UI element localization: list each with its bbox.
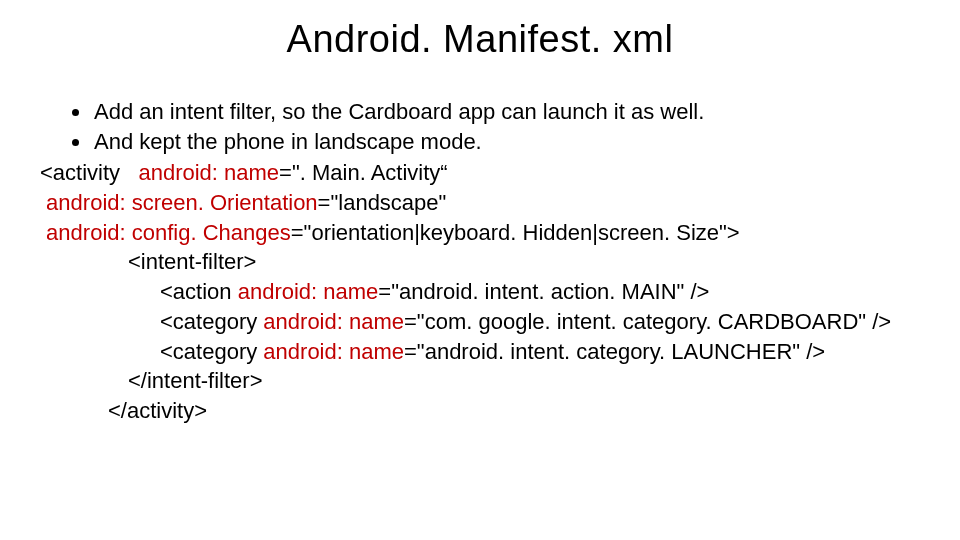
bullet-2: And kept the phone in landscape mode. — [92, 127, 920, 157]
code-line-4: <intent-filter> — [40, 247, 920, 277]
code-line-8: </intent-filter> — [40, 366, 920, 396]
slide-body: Add an intent filter, so the Cardboard a… — [40, 97, 920, 426]
code-line-5: <action android: name="android. intent. … — [40, 277, 920, 307]
code-line-2: android: screen. Orientation="landscape" — [40, 188, 920, 218]
code-line-9: </activity> — [40, 396, 920, 426]
code-line-1: <activity android: name=". Main. Activit… — [40, 158, 920, 188]
code-line-7: <category android: name="android. intent… — [40, 337, 920, 367]
code-line-3: android: config. Changes="orientation|ke… — [40, 218, 920, 248]
slide-title: Android. Manifest. xml — [40, 18, 920, 61]
bullet-1: Add an intent filter, so the Cardboard a… — [92, 97, 920, 127]
code-line-6: <category android: name="com. google. in… — [40, 307, 920, 337]
